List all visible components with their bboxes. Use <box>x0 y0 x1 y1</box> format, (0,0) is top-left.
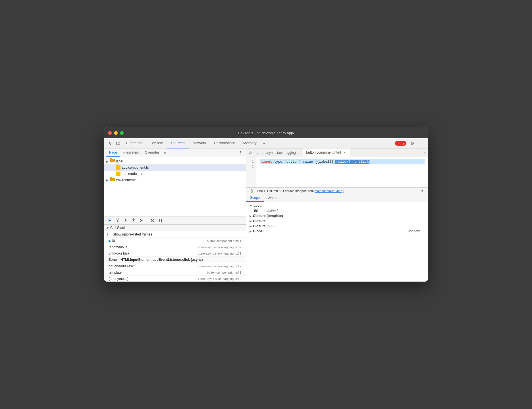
source-map-link[interactable]: main.fa8bfa0e23f1e <box>315 189 342 193</box>
line-number-1: 1 <box>250 159 254 164</box>
svg-rect-4 <box>161 219 162 222</box>
scope-closure-template-header[interactable]: ▶ Closure (template) <box>246 213 428 218</box>
tree-arrow-environments: ▶ <box>106 179 110 182</box>
svg-rect-0 <box>117 142 119 145</box>
window-title: DevTools - ng-devtools.netlify.app/ <box>238 131 294 135</box>
scope-closure-580-header[interactable]: ▶ Closure (580) <box>246 224 428 229</box>
sub-tab-more[interactable]: » <box>162 151 168 155</box>
device-icon[interactable] <box>114 139 122 147</box>
error-badge[interactable]: ❌ 2 <box>395 141 406 146</box>
scope-this-value: undefined <box>263 209 278 213</box>
format-source-button[interactable]: {} <box>249 188 255 194</box>
tab-network[interactable]: Network <box>189 138 210 148</box>
code-editor-area: 1 2 <input type = "button" <box>246 157 428 194</box>
step-over-button[interactable] <box>114 217 121 224</box>
code-tab-more-button[interactable]: » <box>421 150 428 155</box>
watch-tab[interactable]: Watch <box>264 194 281 202</box>
tab-performance[interactable]: Performance <box>210 138 239 148</box>
code-tab-button-label: button.component.html <box>306 150 341 154</box>
sub-tab-page[interactable]: Page <box>106 148 120 157</box>
code-content[interactable]: <input type = "button" value ={{label}} … <box>256 157 428 187</box>
show-ignored-row: Show ignore-listed frames <box>104 231 246 238</box>
code-selected-onclick: (click)="onClick <box>335 160 369 164</box>
tab-memory[interactable]: Memory <box>239 138 261 148</box>
tree-item-label-folder[interactable]: ▶ label <box>104 158 246 164</box>
more-tabs-button[interactable]: » <box>261 141 267 145</box>
scope-content: ▼ Local this : undefined <box>246 202 428 282</box>
code-area: 1 2 <input type = "button" <box>246 157 428 187</box>
status-bar: {} Line 1, Column 38 ( source mapped fro… <box>246 187 428 194</box>
code-tabs: zone-async-stack-tagging.ts button.compo… <box>246 148 428 157</box>
scope-this-row[interactable]: this : undefined <box>246 208 428 213</box>
tab-elements[interactable]: Elements <box>122 138 146 148</box>
sub-tab-overrides[interactable]: Overrides <box>142 148 162 157</box>
devtools-body: Elements Console Sources Network Perform… <box>104 138 428 282</box>
code-attr-value: value <box>303 160 313 164</box>
maximize-button[interactable] <box>120 131 124 135</box>
scope-watch-area: Scope Watch ▼ Local <box>246 194 428 282</box>
scope-watch-tabs: Scope Watch <box>246 194 428 202</box>
more-options-button[interactable]: ⋮ <box>418 139 426 147</box>
tree-label-environments: environments <box>116 178 136 182</box>
stack-row-template[interactable]: template button.component.html:1 <box>104 269 246 276</box>
devtools-window: DevTools - ng-devtools.netlify.app/ Elem… <box>104 127 428 282</box>
stack-row-schedule1[interactable]: onScheduleTask zone-async-stack-tagging.… <box>104 263 246 269</box>
file-icon-app-component <box>116 165 120 170</box>
tab-sources[interactable]: Sources <box>167 138 189 148</box>
stack-file-i0: button.component.html:1 <box>207 239 241 243</box>
tree-item-app-component[interactable]: app.component.ts <box>104 164 246 171</box>
code-val-button: "button" <box>284 160 301 164</box>
scope-this-sep: : <box>261 209 261 213</box>
stack-name-invoke1: onInvokeTask <box>109 251 198 255</box>
close-tab-button[interactable]: × <box>342 150 346 154</box>
scope-local-header[interactable]: ▼ Local <box>246 203 428 208</box>
call-stack-header[interactable]: ▼ Call Stack <box>104 225 246 231</box>
left-panel: Page Filesystem Overrides » ⋮ ▶ <box>104 148 246 282</box>
code-attr-type: type <box>274 160 282 164</box>
sub-tabs: Page Filesystem Overrides » ⋮ <box>104 148 246 157</box>
nav-tabs: Elements Console Sources Network Perform… <box>104 138 428 148</box>
stack-row-anon1[interactable]: (anonymous) zone-async-stack-tagging.ts:… <box>104 244 246 250</box>
stack-file-anon1: zone-async-stack-tagging.ts:32 <box>198 245 241 249</box>
stack-row-invoke1[interactable]: onInvokeTask zone-async-stack-tagging.ts… <box>104 250 246 257</box>
close-button[interactable] <box>108 131 112 135</box>
scope-closure-header[interactable]: ▶ Closure <box>246 218 428 224</box>
stack-name-schedule1: onScheduleTask <box>109 264 198 268</box>
pause-exceptions-button[interactable] <box>157 217 164 224</box>
tab-console[interactable]: Console <box>146 138 167 148</box>
show-ignored-checkbox[interactable] <box>107 233 111 236</box>
deactivate-breakpoints-button[interactable] <box>149 217 156 224</box>
cursor-icon[interactable] <box>106 139 114 147</box>
minimize-button[interactable] <box>114 131 118 135</box>
code-scope-layout: 1 2 <input type = "button" <box>246 157 428 282</box>
step-into-button[interactable] <box>122 217 129 224</box>
stack-file-schedule1: zone-async-stack-tagging.ts:17 <box>198 265 241 268</box>
scope-tab[interactable]: Scope <box>246 194 264 202</box>
step-button[interactable] <box>138 217 145 224</box>
scope-watch-panel: Scope Watch ▼ Local <box>246 194 428 282</box>
traffic-lights <box>108 131 124 135</box>
resume-button[interactable] <box>106 217 113 224</box>
status-dropdown-button[interactable]: ▼ <box>419 188 425 194</box>
code-tab-button-component[interactable]: button.component.html × <box>303 148 350 157</box>
sub-tab-filesystem[interactable]: Filesystem <box>120 148 142 157</box>
scope-closure-label: Closure <box>253 219 266 223</box>
settings-button[interactable]: ⚙ <box>408 139 416 147</box>
scope-global-label: Global <box>253 229 263 233</box>
stack-name-template: template <box>109 270 207 274</box>
show-ignored-label: Show ignore-listed frames <box>113 232 152 236</box>
scope-closure-arrow: ▶ <box>250 220 252 223</box>
stack-row-i0[interactable]: ▶ i0 button.component.html:1 <box>104 238 246 244</box>
tree-item-environments-folder[interactable]: ▶ environments <box>104 177 246 183</box>
error-icon: ❌ <box>397 141 401 145</box>
code-tab-zone-async[interactable]: zone-async-stack-tagging.ts <box>253 148 303 157</box>
stack-row-anon2[interactable]: (anonymous) zone-async-stack-tagging.ts:… <box>104 276 246 282</box>
scope-local-arrow: ▼ <box>250 204 252 207</box>
collapse-navigator-button[interactable] <box>247 150 253 156</box>
scope-global-header[interactable]: ▶ Global Window <box>246 229 428 234</box>
step-out-button[interactable] <box>130 217 137 224</box>
tree-item-app-module[interactable]: app.module.ts <box>104 171 246 177</box>
call-stack-arrow: ▼ <box>106 226 109 230</box>
stack-file-template: button.component.html:1 <box>207 271 241 274</box>
sub-tab-menu-button[interactable]: ⋮ <box>237 150 244 156</box>
